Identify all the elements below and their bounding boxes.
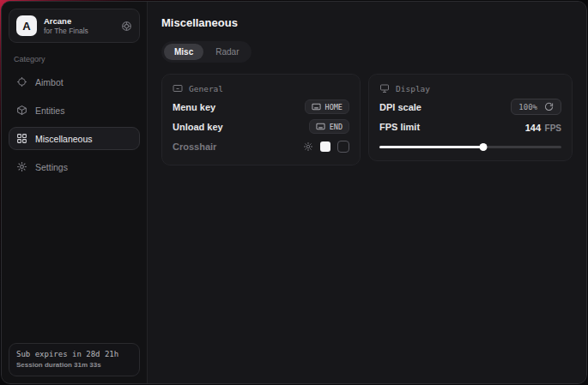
slider-fill [379,146,483,148]
sidebar-item-label: Settings [35,162,68,172]
fps-limit-slider[interactable] [379,141,561,152]
menu-key-row: Menu key HOME [173,97,349,117]
crosshair-label: Crosshair [173,141,216,152]
sidebar-item-label: Aimbot [35,77,64,87]
cube-icon [16,105,27,116]
fps-limit-label: FPS limit [379,122,420,132]
unload-key-label: Unload key [173,122,223,132]
refresh-icon[interactable] [544,102,554,111]
dpi-scale-label: DPI scale [379,102,421,112]
unload-keybind-button[interactable]: END [309,119,349,134]
crosshair-icon [16,76,27,87]
fps-limit-value: 144 [525,123,541,133]
display-card-header: Display [379,83,561,93]
main-panel: Miscellaneous Misc Radar General [148,2,586,383]
app-window: A Arcane for The Finals Category [1,1,587,384]
general-card: General Menu key HOME Unload key [161,74,361,165]
sidebar-item-entities[interactable]: Entities [9,99,140,122]
tab-misc[interactable]: Misc [164,44,203,60]
general-card-header: General [173,83,349,93]
dpi-scale-value: 100% [518,103,537,111]
display-card-title: Display [396,84,430,93]
sidebar-item-settings[interactable]: Settings [9,155,140,178]
lifebuoy-icon[interactable] [121,21,132,32]
grid-icon [16,133,27,144]
avatar: A [16,15,37,36]
user-card[interactable]: A Arcane for The Finals [9,9,140,43]
crosshair-settings-gear-icon[interactable] [303,141,313,152]
sidebar-item-label: Miscellaneous [35,134,93,144]
tab-bar: Misc Radar [161,41,252,63]
cards-row: General Menu key HOME Unload key [161,74,573,165]
unload-key-row: Unload key END [173,117,349,136]
fps-limit-unit: FPS [545,123,561,133]
slider-knob[interactable] [479,143,487,151]
dpi-scale-row: DPI scale 100% [379,97,561,117]
dpi-scale-control[interactable]: 100% [511,99,561,115]
fps-limit-value-group: 144 FPS [525,119,561,135]
sidebar-item-aimbot[interactable]: Aimbot [9,70,140,93]
crosshair-color-swatch[interactable] [320,141,330,152]
crosshair-controls [303,141,349,153]
menu-key-label: Menu key [173,102,215,112]
page-title: Miscellaneous [161,16,573,29]
app-name: Arcane [44,16,114,27]
app-subtitle: for The Finals [44,27,114,36]
crosshair-row: Crosshair [173,136,349,156]
sub-expiry-text: Sub expires in 28d 21h [16,349,132,361]
gear-icon [16,161,27,172]
sidebar-item-miscellaneous[interactable]: Miscellaneous [9,127,140,150]
keyboard-icon [312,102,321,111]
sidebar: A Arcane for The Finals Category [2,2,148,383]
menu-keybind-button[interactable]: HOME [305,99,349,114]
general-card-title: General [189,84,223,93]
category-label: Category [14,55,136,63]
unload-keybind-value: END [330,123,342,131]
keyboard-icon [173,83,183,93]
monitor-icon [379,83,390,93]
fps-limit-row: FPS limit 144 FPS [379,117,561,136]
subscription-info-card: Sub expires in 28d 21h Session duration … [9,343,140,377]
keyboard-icon [316,122,325,131]
menu-keybind-value: HOME [325,103,342,111]
sidebar-item-label: Entities [35,105,64,116]
display-card: Display DPI scale 100% FPS limit [368,74,573,161]
crosshair-checkbox[interactable] [337,141,349,153]
session-duration-text: Session duration 31m 33s [16,360,132,370]
user-meta: Arcane for The Finals [44,16,114,36]
sidebar-nav: Aimbot Entities Miscel [9,70,140,178]
tab-radar[interactable]: Radar [205,44,249,60]
